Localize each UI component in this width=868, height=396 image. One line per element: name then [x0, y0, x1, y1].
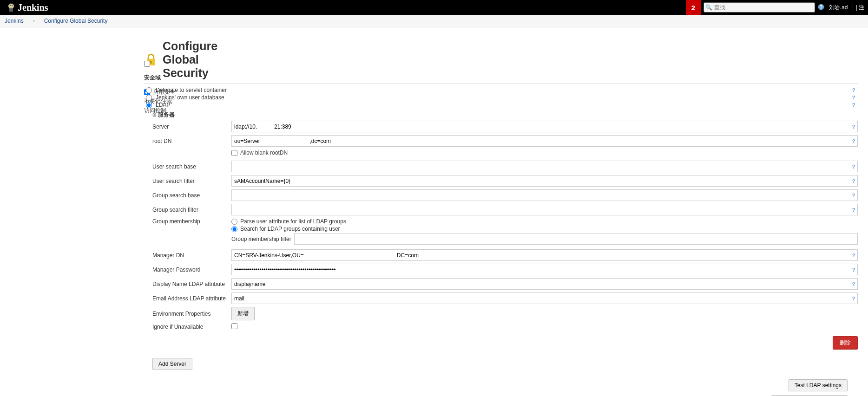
help-icon[interactable] [850, 87, 857, 93]
allow-blank-rootdn-label: Allow blank rootDN [240, 149, 288, 156]
breadcrumb-current[interactable]: Configure Global Security [44, 18, 108, 24]
main-content: 安全域 Delegate to servlet container Jenkin… [144, 27, 868, 396]
user-search-base-input[interactable] [231, 161, 858, 172]
ignore-unavailable-label: Ignore if Unavailable [152, 324, 231, 330]
help-icon[interactable] [850, 163, 857, 170]
help-icon[interactable]: ? [818, 4, 824, 12]
gm-search-label: Search for LDAP groups containing user [240, 226, 340, 232]
gm-parse-radio[interactable] [231, 219, 237, 225]
svg-text:?: ? [820, 5, 822, 10]
search-box: 🔍 [704, 2, 815, 13]
svg-rect-3 [9, 8, 13, 12]
help-icon[interactable] [850, 102, 857, 108]
delete-button[interactable]: 删除 [833, 336, 858, 350]
group-search-base-input[interactable] [231, 189, 858, 201]
ignore-unavailable-checkbox[interactable] [231, 323, 237, 329]
realm-delegate-radio[interactable] [146, 87, 152, 93]
help-icon[interactable] [850, 266, 857, 273]
manager-dn-label: Manager DN [152, 252, 231, 259]
user-search-filter-label: User search filter [152, 178, 231, 184]
security-realm-header: 安全域 [144, 74, 858, 84]
jenkins-logo[interactable]: Jenkins [7, 2, 48, 13]
env-props-label: Environment Properties [152, 311, 231, 317]
brand-text: Jenkins [18, 2, 48, 13]
help-icon[interactable] [850, 281, 857, 287]
group-search-filter-input[interactable] [231, 204, 858, 215]
add-server-button[interactable]: Add Server [152, 358, 192, 370]
help-icon[interactable] [850, 123, 857, 130]
gm-filter-label: Group membership filter [231, 236, 291, 242]
user-search-base-label: User search base [152, 163, 231, 170]
allow-blank-rootdn-checkbox[interactable] [231, 150, 237, 156]
svg-point-2 [12, 5, 13, 6]
rootdn-label: root DN [152, 138, 231, 144]
logout-link[interactable]: | 注 [853, 4, 864, 12]
server-input[interactable] [231, 121, 858, 132]
help-icon[interactable] [850, 138, 857, 144]
help-icon[interactable] [850, 94, 857, 101]
gm-filter-input[interactable] [294, 233, 858, 245]
help-icon[interactable] [850, 178, 857, 184]
realm-jenkinsdb-label: Jenkins' own user database [156, 94, 224, 101]
svg-point-1 [10, 5, 11, 6]
search-input[interactable] [704, 2, 815, 13]
realm-delegate-label: Delegate to servlet container [156, 87, 227, 93]
help-icon[interactable] [850, 192, 857, 199]
help-icon[interactable] [850, 295, 857, 302]
user-search-filter-input[interactable] [231, 175, 858, 187]
help-icon[interactable] [850, 252, 857, 259]
chevron-right-icon: › [33, 18, 35, 24]
gm-parse-label: Parse user attribute for list of LDAP gr… [240, 218, 346, 225]
manager-dn-input[interactable] [231, 249, 858, 261]
manager-password-input[interactable] [231, 264, 858, 275]
breadcrumb: Jenkins › Configure Global Security [0, 15, 868, 27]
env-props-add-button[interactable]: 新增 [231, 307, 255, 320]
display-name-label: Display Name LDAP attribute [152, 281, 231, 287]
jenkins-logo-icon [7, 2, 16, 13]
email-input[interactable] [231, 292, 858, 304]
no-remember-checkbox[interactable] [144, 61, 150, 67]
top-bar: Jenkins 2 🔍 ? 刘岩.ad | 注 [0, 0, 868, 15]
test-ldap-button[interactable]: Test LDAP settings [789, 379, 848, 391]
realm-ldap-label: LDAP [156, 102, 170, 108]
email-label: Email Address LDAP attribute [152, 295, 231, 302]
group-membership-label: Group membership [152, 218, 231, 225]
svg-point-0 [8, 3, 14, 9]
group-search-filter-label: Group search filter [152, 207, 231, 213]
servers-label: 服务器 [158, 111, 175, 119]
display-name-input[interactable] [231, 278, 858, 290]
notification-badge[interactable]: 2 [686, 0, 701, 15]
realm-ldap-radio[interactable] [146, 102, 152, 108]
realm-jenkinsdb-radio[interactable] [146, 95, 152, 101]
rootdn-input[interactable] [231, 135, 858, 147]
breadcrumb-home[interactable]: Jenkins [5, 18, 24, 24]
toggle-icon[interactable]: ⊞ [152, 112, 156, 117]
gm-search-radio[interactable] [231, 226, 237, 232]
search-icon: 🔍 [705, 4, 712, 11]
help-icon[interactable] [850, 207, 857, 213]
manager-password-label: Manager Password [152, 266, 231, 273]
group-search-base-label: Group search base [152, 192, 231, 199]
server-label: Server [152, 123, 231, 130]
user-link[interactable]: 刘岩.ad [829, 4, 848, 12]
